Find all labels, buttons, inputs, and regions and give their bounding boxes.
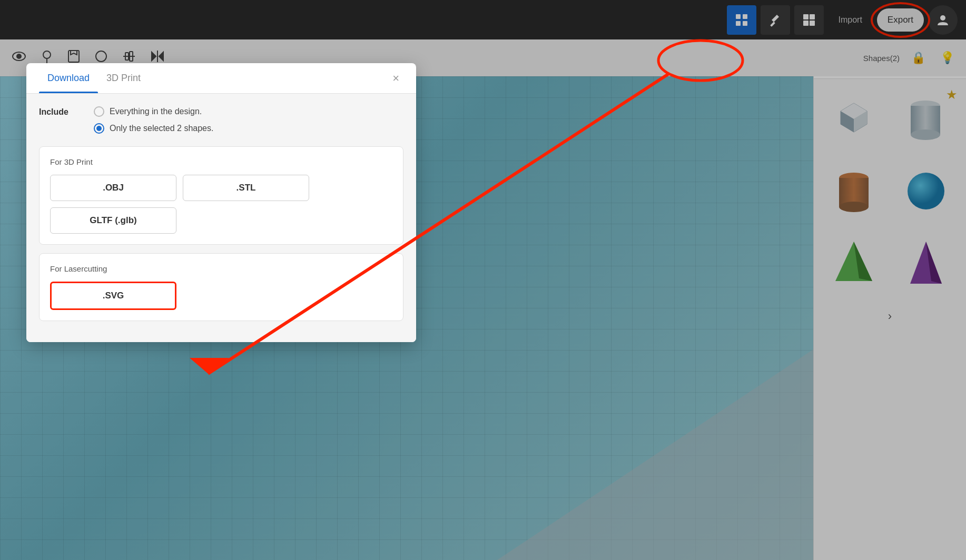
radio-all-circle (94, 106, 104, 117)
format-section-lasercutting: For Lasercutting .SVG (39, 253, 403, 321)
modal-body: Include Everything in the design. Only t… (26, 94, 416, 342)
radio-selected-circle (94, 123, 104, 134)
modal-overlay: Download 3D Print × Include Everything i… (0, 0, 966, 560)
tab-3d-print[interactable]: 3D Print (98, 63, 149, 93)
format-buttons-laser: .SVG (50, 282, 392, 310)
format-gltf-button[interactable]: GLTF (.glb) (50, 207, 176, 234)
format-section-laser-title: For Lasercutting (50, 264, 392, 273)
modal-close-button[interactable]: × (388, 67, 403, 89)
include-label: Include (39, 106, 81, 117)
export-modal: Download 3D Print × Include Everything i… (26, 63, 416, 342)
format-section-3d-print: For 3D Print .OBJ .STL GLTF (.glb) (39, 146, 403, 245)
radio-selected-option[interactable]: Only the selected 2 shapes. (94, 123, 213, 134)
format-stl-button[interactable]: .STL (183, 175, 309, 201)
include-section: Include Everything in the design. Only t… (39, 106, 403, 134)
format-section-3d-print-title: For 3D Print (50, 157, 392, 166)
format-buttons-3d: .OBJ .STL GLTF (.glb) (50, 175, 392, 234)
format-svg-button[interactable]: .SVG (50, 282, 176, 310)
radio-group: Everything in the design. Only the selec… (94, 106, 213, 134)
radio-all-label: Everything in the design. (110, 107, 202, 116)
radio-all-option[interactable]: Everything in the design. (94, 106, 213, 117)
tab-download[interactable]: Download (39, 63, 98, 93)
modal-header: Download 3D Print × (26, 63, 416, 94)
radio-selected-label: Only the selected 2 shapes. (110, 124, 213, 133)
format-obj-button[interactable]: .OBJ (50, 175, 176, 201)
